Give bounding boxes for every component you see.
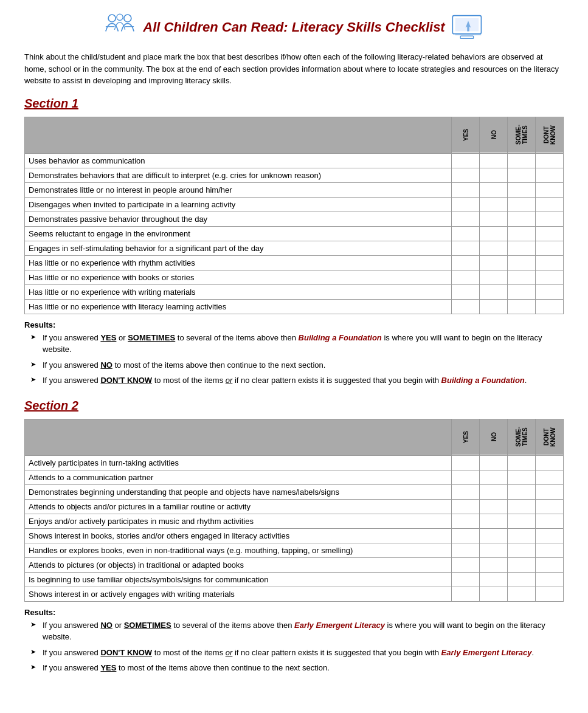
checkbox-cell[interactable]: [536, 168, 564, 182]
table-row: Demonstrates behaviors that are difficul…: [25, 168, 452, 182]
checkbox-cell[interactable]: [480, 284, 508, 299]
checkbox-cell[interactable]: [452, 182, 480, 197]
checkbox-cell[interactable]: [536, 197, 564, 212]
computer-icon-right: [450, 12, 486, 43]
checkbox-cell[interactable]: [480, 197, 508, 212]
checkbox-cell[interactable]: [536, 470, 564, 484]
checkbox-cell[interactable]: [480, 470, 508, 484]
checkbox-cell[interactable]: [452, 499, 480, 514]
section-2-result-1: If you answered NO or SOMETIMES to sever…: [30, 619, 564, 643]
checkbox-cell[interactable]: [508, 455, 536, 470]
checkbox-cell[interactable]: [452, 270, 480, 284]
checkbox-cell[interactable]: [508, 470, 536, 484]
checkbox-cell[interactable]: [508, 197, 536, 212]
checkbox-cell[interactable]: [508, 212, 536, 226]
checkbox-cell[interactable]: [508, 182, 536, 197]
checkbox-cell[interactable]: [508, 528, 536, 543]
section-1-title: Section 1: [24, 97, 564, 111]
table-row: Engages in self-stimulating behavior for…: [25, 241, 452, 255]
checkbox-cell[interactable]: [536, 284, 564, 299]
checkbox-cell[interactable]: [536, 182, 564, 197]
section-1-result-2: If you answered NO to most of the items …: [30, 359, 564, 371]
checkbox-cell[interactable]: [536, 514, 564, 528]
checkbox-cell[interactable]: [480, 241, 508, 255]
checkbox-cell[interactable]: [536, 587, 564, 601]
checkbox-cell[interactable]: [536, 212, 564, 226]
checkbox-cell[interactable]: [536, 543, 564, 557]
checkbox-cell[interactable]: [452, 470, 480, 484]
checkbox-cell[interactable]: [452, 168, 480, 182]
checkbox-cell[interactable]: [452, 197, 480, 212]
checkbox-cell[interactable]: [452, 572, 480, 587]
table-row: Actively participates in turn-taking act…: [25, 455, 452, 470]
checkbox-cell[interactable]: [536, 255, 564, 270]
checkbox-cell[interactable]: [536, 572, 564, 587]
checkbox-cell[interactable]: [508, 153, 536, 168]
checkbox-cell[interactable]: [480, 270, 508, 284]
checkbox-cell[interactable]: [508, 587, 536, 601]
checkbox-cell[interactable]: [452, 587, 480, 601]
checkbox-cell[interactable]: [480, 168, 508, 182]
checkbox-cell[interactable]: [480, 182, 508, 197]
checkbox-cell[interactable]: [508, 572, 536, 587]
checkbox-cell[interactable]: [480, 255, 508, 270]
checkbox-cell[interactable]: [452, 543, 480, 557]
checkbox-cell[interactable]: [508, 557, 536, 572]
checkbox-cell[interactable]: [480, 226, 508, 241]
checkbox-cell[interactable]: [508, 168, 536, 182]
checkbox-cell[interactable]: [452, 528, 480, 543]
section-1: Section 1 YES NO SOME-TIMES DONT KNOW Us…: [24, 97, 564, 387]
checkbox-cell[interactable]: [480, 514, 508, 528]
checkbox-cell[interactable]: [508, 299, 536, 314]
checkbox-cell[interactable]: [508, 284, 536, 299]
checkbox-cell[interactable]: [536, 557, 564, 572]
checkbox-cell[interactable]: [480, 153, 508, 168]
checkbox-cell[interactable]: [536, 455, 564, 470]
checkbox-cell[interactable]: [480, 587, 508, 601]
checkbox-cell[interactable]: [536, 241, 564, 255]
checkbox-cell[interactable]: [508, 499, 536, 514]
col-dontknow-2: DONT KNOW: [536, 419, 564, 455]
checkbox-cell[interactable]: [536, 270, 564, 284]
checkbox-cell[interactable]: [508, 226, 536, 241]
checkbox-cell[interactable]: [480, 455, 508, 470]
checkbox-cell[interactable]: [480, 212, 508, 226]
checkbox-cell[interactable]: [480, 484, 508, 499]
section-2-results-label: Results:: [24, 608, 564, 617]
checkbox-cell[interactable]: [452, 153, 480, 168]
checkbox-cell[interactable]: [508, 543, 536, 557]
checkbox-cell[interactable]: [536, 484, 564, 499]
checkbox-cell[interactable]: [508, 241, 536, 255]
checkbox-cell[interactable]: [508, 514, 536, 528]
section-2: Section 2 YES NO SOME-TIMES DONT KNOW Ac…: [24, 399, 564, 674]
checkbox-cell[interactable]: [452, 241, 480, 255]
checkbox-cell[interactable]: [508, 270, 536, 284]
checkbox-cell[interactable]: [536, 226, 564, 241]
checkbox-cell[interactable]: [452, 226, 480, 241]
checkbox-cell[interactable]: [452, 557, 480, 572]
checkbox-cell[interactable]: [536, 528, 564, 543]
checkbox-cell[interactable]: [480, 572, 508, 587]
checkbox-cell[interactable]: [452, 284, 480, 299]
checkbox-cell[interactable]: [536, 499, 564, 514]
col-yes: YES: [452, 117, 480, 153]
or-text-2: or: [226, 648, 233, 657]
checkbox-cell[interactable]: [452, 455, 480, 470]
checkbox-cell[interactable]: [508, 484, 536, 499]
checkbox-cell[interactable]: [480, 528, 508, 543]
checkbox-cell[interactable]: [452, 514, 480, 528]
checkbox-cell[interactable]: [452, 484, 480, 499]
table-row: Has little or no experience with rhythm …: [25, 255, 452, 270]
checkbox-cell[interactable]: [480, 557, 508, 572]
checkbox-cell[interactable]: [536, 153, 564, 168]
checkbox-cell[interactable]: [480, 299, 508, 314]
table-row: Attends to pictures (or objects) in trad…: [25, 557, 452, 572]
checkbox-cell[interactable]: [536, 299, 564, 314]
checkbox-cell[interactable]: [452, 212, 480, 226]
checkbox-cell[interactable]: [452, 299, 480, 314]
checkbox-cell[interactable]: [480, 543, 508, 557]
checkbox-cell[interactable]: [480, 499, 508, 514]
section-2-result-2: If you answered DON'T KNOW to most of th…: [30, 647, 564, 659]
checkbox-cell[interactable]: [452, 255, 480, 270]
checkbox-cell[interactable]: [508, 255, 536, 270]
